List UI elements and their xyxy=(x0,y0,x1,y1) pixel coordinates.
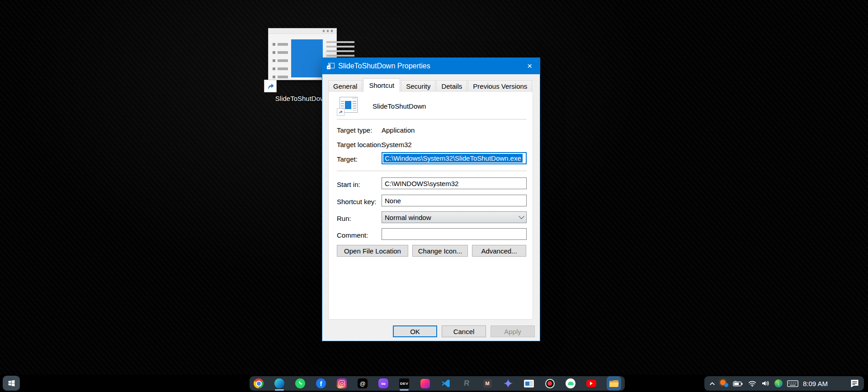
window-preview-app-icon[interactable] xyxy=(524,378,534,389)
icon-window-blue-pane xyxy=(291,39,323,77)
comment-input[interactable] xyxy=(382,228,527,240)
tab-security[interactable]: Security xyxy=(401,80,435,92)
comment-label: Comment: xyxy=(337,231,368,239)
infinity-purple-app-icon[interactable]: ∞ xyxy=(378,378,389,389)
screen-recorder-icon[interactable] xyxy=(544,378,555,389)
properties-dialog: SlideToShutDown Properties × General Sho… xyxy=(322,57,540,341)
vscode-icon[interactable] xyxy=(440,378,451,389)
notification-app-icon[interactable] xyxy=(720,380,728,387)
chevron-down-icon xyxy=(519,213,524,219)
wifi-icon[interactable] xyxy=(748,380,757,387)
close-button[interactable]: × xyxy=(519,58,540,74)
facebook-icon[interactable]: f xyxy=(316,378,326,389)
shortcut-arrow-icon xyxy=(337,108,344,116)
action-center-icon[interactable] xyxy=(850,379,859,388)
shortcut-tab-page: SlideToShutDown Target type: Application… xyxy=(328,91,533,320)
file-explorer-icon[interactable] xyxy=(607,376,621,391)
start-in-input[interactable]: C:\WINDOWS\system32 xyxy=(382,177,527,189)
target-type-value: Application xyxy=(382,126,415,134)
shortcut-key-input[interactable]: None xyxy=(382,195,527,206)
tab-general[interactable]: General xyxy=(328,80,362,92)
gemini-icon[interactable] xyxy=(503,378,514,389)
target-type-label: Target type: xyxy=(337,126,372,134)
tray-expand-chevron-icon[interactable] xyxy=(709,381,716,387)
tab-previous-versions[interactable]: Previous Versions xyxy=(468,80,532,92)
divider xyxy=(337,171,527,171)
close-icon: × xyxy=(527,61,532,71)
gray-r-app-icon[interactable]: R xyxy=(461,378,472,389)
threads-icon[interactable]: @ xyxy=(357,378,368,389)
dialog-titlebar[interactable]: SlideToShutDown Properties × xyxy=(322,58,540,74)
target-location-label: Target location: xyxy=(337,141,383,148)
change-icon-button[interactable]: Change Icon... xyxy=(412,245,468,257)
target-label: Target: xyxy=(337,155,358,163)
chrome-icon[interactable] xyxy=(253,378,264,389)
gradient-cube-app-icon[interactable] xyxy=(420,378,430,389)
tabstrip: General Shortcut Security Details Previo… xyxy=(328,78,533,92)
open-file-location-button[interactable]: Open File Location xyxy=(337,245,408,257)
shortcut-file-icon xyxy=(337,97,358,115)
target-location-value: System32 xyxy=(382,141,412,148)
start-in-label: Start in: xyxy=(337,181,360,188)
target-selected-text: C:\Windows\System32\SlideToShutDown.exe xyxy=(383,154,523,163)
cancel-button[interactable]: Cancel xyxy=(442,325,486,337)
taskbar-dock: f @ ∞ DEV R M xyxy=(250,376,625,391)
shortcut-arrow-icon xyxy=(264,80,277,92)
run-label: Run: xyxy=(337,215,351,222)
m-badge-app-icon[interactable]: M xyxy=(482,378,493,389)
clock[interactable]: 8:09 AM xyxy=(803,380,828,387)
tab-shortcut[interactable]: Shortcut xyxy=(363,78,400,92)
idm-icon[interactable]: ↓ xyxy=(774,379,783,387)
icon-window-titlebar xyxy=(269,29,336,34)
edge-icon[interactable] xyxy=(274,378,285,389)
run-dropdown-value: Normal window xyxy=(385,214,431,221)
android-icon[interactable] xyxy=(565,378,576,389)
divider xyxy=(337,119,527,120)
advanced-button[interactable]: Advanced... xyxy=(472,245,526,257)
dev-icon[interactable]: DEV xyxy=(399,378,410,389)
instagram-icon[interactable] xyxy=(336,378,347,389)
target-input[interactable]: C:\Windows\System32\SlideToShutDown.exe xyxy=(382,152,527,164)
windows-logo-icon xyxy=(8,379,15,387)
volume-icon[interactable] xyxy=(761,380,770,387)
taskbar: f @ ∞ DEV R M ↓ xyxy=(0,375,868,392)
icon-window-list xyxy=(273,43,288,85)
start-button[interactable] xyxy=(3,376,20,391)
window-controls-icon xyxy=(323,30,335,32)
apply-button[interactable]: Apply xyxy=(491,325,535,337)
battery-icon[interactable] xyxy=(733,380,743,387)
whatsapp-icon[interactable] xyxy=(295,378,306,389)
system-tray: ↓ 8:09 AM xyxy=(704,376,864,391)
run-dropdown[interactable]: Normal window xyxy=(382,211,527,223)
shortcut-name: SlideToShutDown xyxy=(373,102,426,110)
shortcut-window-icon xyxy=(327,63,335,69)
tab-details[interactable]: Details xyxy=(436,80,467,92)
shortcut-key-label: Shortcut key: xyxy=(337,198,377,206)
keyboard-icon[interactable] xyxy=(787,380,798,387)
dialog-title: SlideToShutDown Properties xyxy=(338,62,430,70)
ok-button[interactable]: OK xyxy=(393,325,437,337)
youtube-icon[interactable] xyxy=(586,378,597,389)
